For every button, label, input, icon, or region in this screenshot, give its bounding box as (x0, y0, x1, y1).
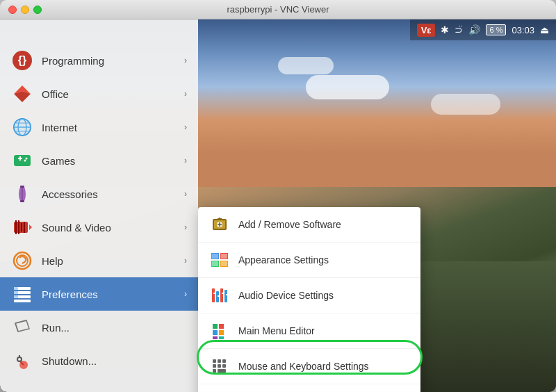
volume-icon: 🔊 (468, 24, 480, 35)
titlebar: raspberrypi - VNC Viewer (0, 0, 556, 19)
programming-arrow: › (184, 56, 187, 65)
cloud-3 (431, 94, 500, 115)
taskbar: Vε ✱ ⊃̈ 🔊 6 % 03:03 ⏏ (410, 19, 556, 40)
svg-rect-31 (14, 295, 18, 298)
traffic-lights (8, 6, 42, 14)
content-area: Vε ✱ ⊃̈ 🔊 6 % 03:03 ⏏ {} Programming › (0, 19, 556, 392)
svg-point-11 (26, 158, 28, 160)
sidebar-item-accessories[interactable]: Accessories › (0, 177, 198, 211)
accessories-icon (11, 183, 33, 205)
preferences-icon (11, 283, 33, 305)
submenu-audio-device-settings[interactable]: Audio Device Settings (198, 278, 420, 313)
svg-rect-30 (14, 291, 18, 294)
bluetooth-icon: ✱ (441, 24, 449, 35)
svg-rect-56 (220, 288, 223, 302)
window-title: raspberrypi - VNC Viewer (227, 4, 329, 15)
svg-rect-29 (14, 287, 18, 290)
mouse-keyboard-settings-label: Mouse and Keyboard Settings (238, 361, 369, 372)
internet-icon (11, 116, 33, 138)
svg-rect-52 (212, 261, 218, 266)
sound-video-icon (11, 216, 33, 238)
svg-rect-63 (219, 324, 224, 329)
svg-rect-20 (21, 223, 22, 231)
preferences-submenu: Add / Remove Software Appe (198, 207, 420, 392)
help-label: Help (42, 255, 184, 267)
sidebar-item-office[interactable]: Office › (0, 77, 198, 111)
submenu-raspberry-pi-configuration[interactable]: Raspberry Pi Configuration (198, 384, 420, 392)
svg-rect-21 (24, 222, 25, 233)
accessories-label: Accessories (42, 188, 184, 200)
svg-rect-70 (222, 359, 226, 363)
svg-point-7 (14, 119, 31, 136)
help-icon (11, 250, 33, 272)
clock: 03:03 (512, 25, 534, 35)
close-button[interactable] (8, 6, 17, 14)
games-arrow: › (184, 156, 187, 165)
appearance-settings-icon (209, 250, 230, 270)
svg-rect-58 (213, 293, 215, 294)
svg-rect-72 (218, 364, 221, 368)
svg-rect-59 (218, 295, 219, 297)
submenu-add-remove-software[interactable]: Add / Remove Software (198, 207, 420, 243)
eject-icon: ⏏ (540, 24, 549, 35)
sidebar-item-internet[interactable]: Internet › (0, 111, 198, 144)
submenu-appearance-settings[interactable]: Appearance Settings (198, 243, 420, 278)
battery-indicator: 6 % (486, 24, 506, 35)
svg-point-37 (17, 357, 22, 361)
audio-device-settings-label: Audio Device Settings (238, 290, 334, 301)
svg-rect-50 (212, 254, 218, 259)
svg-rect-75 (218, 369, 226, 373)
svg-rect-51 (221, 254, 227, 259)
accessories-arrow: › (184, 189, 187, 199)
add-remove-software-label: Add / Remove Software (238, 219, 341, 230)
shutdown-icon (11, 350, 33, 372)
sidebar-item-preferences[interactable]: Preferences › (0, 277, 198, 311)
preferences-label: Preferences (42, 288, 184, 300)
programming-icon: {} (11, 49, 33, 72)
svg-rect-57 (224, 290, 227, 302)
svg-rect-28 (14, 300, 31, 302)
svg-rect-8 (14, 155, 31, 166)
games-label: Games (42, 155, 184, 167)
sidebar-item-games[interactable]: Games › (0, 144, 198, 177)
svg-rect-74 (213, 369, 216, 373)
sidebar-item-run[interactable]: Run... (0, 311, 198, 344)
cloud-1 (306, 75, 389, 99)
sidebar-menu: {} Programming › Office › (0, 19, 198, 392)
main-window: raspberrypi - VNC Viewer Vε ✱ ⊃̈ 🔊 6 % 0… (0, 0, 556, 392)
mouse-keyboard-settings-icon (209, 356, 230, 377)
run-label: Run... (42, 322, 187, 334)
office-label: Office (42, 88, 184, 100)
svg-rect-18 (15, 220, 17, 234)
minimize-button[interactable] (21, 6, 29, 14)
office-arrow: › (184, 89, 187, 99)
svg-line-33 (15, 320, 26, 323)
internet-arrow: › (184, 122, 187, 132)
submenu-mouse-keyboard-settings[interactable]: Mouse and Keyboard Settings (198, 349, 420, 384)
svg-rect-54 (212, 288, 215, 302)
svg-marker-22 (29, 224, 32, 230)
sidebar-item-sound-video[interactable]: Sound & Video › (0, 211, 198, 244)
svg-rect-10 (18, 158, 22, 159)
main-menu-editor-icon (209, 320, 230, 341)
battery-label: 6 % (489, 26, 502, 34)
svg-rect-66 (213, 336, 218, 339)
wifi-icon: ⊃̈ (455, 24, 463, 35)
svg-line-34 (15, 323, 18, 332)
submenu-main-menu-editor[interactable]: Main Menu Editor (198, 313, 420, 349)
vnc-logo: Vε (417, 24, 436, 37)
svg-rect-65 (219, 330, 224, 335)
add-remove-software-icon (209, 214, 230, 235)
svg-rect-61 (226, 294, 227, 295)
maximize-button[interactable] (33, 6, 42, 14)
sound-video-label: Sound & Video (42, 222, 184, 234)
svg-rect-71 (213, 364, 216, 368)
shutdown-label: Shutdown... (42, 355, 187, 367)
audio-device-settings-icon (209, 285, 230, 306)
appearance-settings-label: Appearance Settings (238, 254, 329, 266)
sidebar-item-help[interactable]: Help › (0, 244, 198, 277)
svg-rect-62 (213, 324, 218, 329)
sidebar-item-programming[interactable]: {} Programming › (0, 44, 198, 77)
sidebar-item-shutdown[interactable]: Shutdown... (0, 344, 198, 377)
main-menu-editor-label: Main Menu Editor (238, 325, 315, 336)
